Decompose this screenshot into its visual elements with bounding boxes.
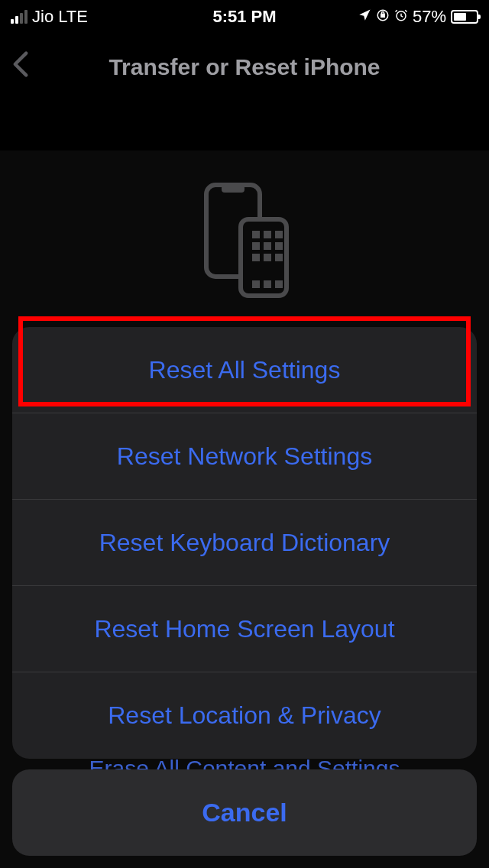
page-title: Transfer or Reset iPhone — [11, 54, 478, 80]
back-button[interactable] — [12, 50, 29, 85]
reset-keyboard-dictionary-option[interactable]: Reset Keyboard Dictionary — [12, 500, 477, 586]
alarm-icon — [394, 7, 408, 27]
signal-icon — [11, 10, 28, 24]
nav-bar: Transfer or Reset iPhone — [0, 34, 489, 101]
location-icon — [358, 7, 371, 27]
carrier-label: Jio — [32, 7, 53, 27]
battery-percent: 57% — [413, 7, 446, 27]
svg-rect-4 — [222, 185, 244, 193]
clock: 5:51 PM — [212, 7, 276, 27]
battery-icon — [451, 10, 478, 24]
status-left: Jio LTE — [11, 7, 88, 27]
svg-rect-14 — [275, 254, 283, 261]
reset-options-group: Reset All Settings Reset Network Setting… — [12, 327, 477, 759]
svg-rect-7 — [264, 231, 271, 238]
reset-network-settings-option[interactable]: Reset Network Settings — [12, 413, 477, 500]
status-bar: Jio LTE 5:51 PM 57% — [0, 0, 489, 34]
lock-rotation-icon — [376, 7, 390, 27]
reset-all-settings-option[interactable]: Reset All Settings — [12, 327, 477, 413]
svg-rect-6 — [252, 231, 260, 238]
reset-action-sheet: Reset All Settings Reset Network Setting… — [12, 327, 477, 856]
svg-rect-10 — [264, 242, 271, 250]
svg-rect-12 — [252, 254, 260, 261]
reset-home-screen-layout-option[interactable]: Reset Home Screen Layout — [12, 586, 477, 672]
transfer-devices-icon — [0, 151, 489, 300]
cancel-button[interactable]: Cancel — [12, 769, 477, 856]
status-right: 57% — [358, 7, 478, 27]
svg-rect-13 — [264, 254, 271, 261]
svg-rect-8 — [275, 231, 283, 238]
svg-rect-11 — [275, 242, 283, 250]
svg-rect-9 — [252, 242, 260, 250]
reset-location-privacy-option[interactable]: Reset Location & Privacy — [12, 672, 477, 759]
svg-rect-17 — [275, 280, 283, 288]
svg-rect-16 — [264, 280, 271, 288]
svg-rect-1 — [381, 15, 385, 18]
network-label: LTE — [58, 7, 88, 27]
svg-rect-15 — [252, 280, 260, 288]
